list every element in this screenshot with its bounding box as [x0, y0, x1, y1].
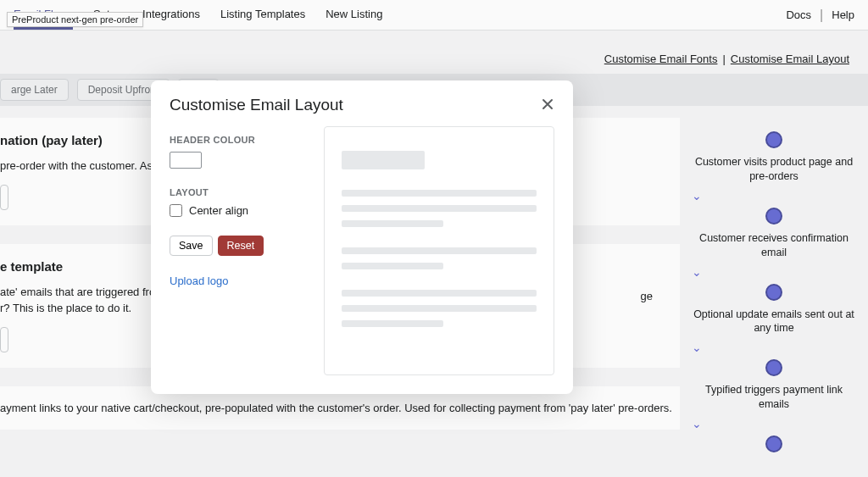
preview-line	[342, 263, 443, 269]
close-icon[interactable]	[541, 97, 554, 114]
preview-line	[342, 190, 537, 197]
center-align-checkbox[interactable]	[170, 204, 182, 217]
preview-line	[342, 205, 537, 212]
save-button[interactable]: Save	[170, 236, 213, 256]
header-colour-swatch[interactable]	[170, 152, 202, 169]
layout-label: LAYOUT	[170, 187, 305, 197]
preview-line	[342, 290, 537, 297]
preview-line	[342, 320, 443, 327]
center-align-label: Center align	[189, 204, 248, 217]
preview-line	[342, 247, 537, 254]
email-preview	[324, 126, 554, 375]
upload-logo-link[interactable]: Upload logo	[170, 275, 305, 287]
reset-button[interactable]: Reset	[218, 236, 264, 256]
preview-line	[342, 220, 443, 227]
preview-line	[342, 305, 537, 312]
header-colour-label: HEADER COLOUR	[170, 135, 305, 145]
modal-title: Customise Email Layout	[170, 96, 343, 114]
customise-email-layout-modal: Customise Email Layout HEADER COLOUR LAY…	[151, 80, 573, 394]
preview-title-skeleton	[342, 151, 425, 169]
